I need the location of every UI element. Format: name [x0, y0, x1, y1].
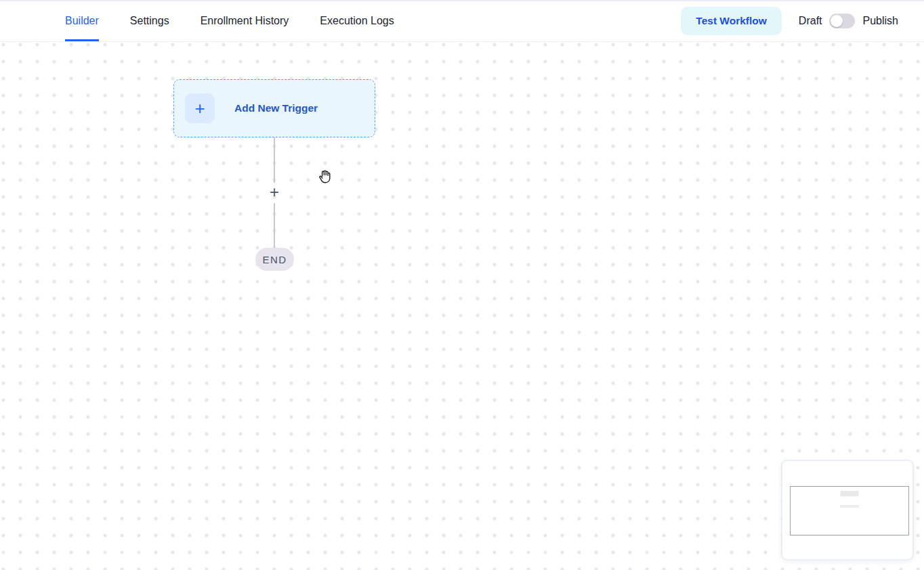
add-step-button[interactable]: +: [265, 183, 284, 202]
header-actions: Test Workflow Draft Publish: [681, 0, 898, 42]
minimap-trigger-node: [841, 491, 859, 496]
add-new-trigger-label: Add New Trigger: [234, 102, 318, 114]
minimap-viewport[interactable]: [790, 486, 909, 535]
tab-enrollment-history-label: Enrollment History: [201, 15, 289, 27]
tab-bar: Builder Settings Enrollment History Exec…: [65, 0, 394, 41]
publish-toggle[interactable]: [829, 14, 855, 28]
add-new-trigger-node[interactable]: + Add New Trigger: [173, 79, 375, 137]
tab-enrollment-history[interactable]: Enrollment History: [201, 0, 289, 41]
plus-icon: +: [185, 93, 215, 123]
minimap[interactable]: [781, 460, 914, 561]
top-accent-line: [0, 0, 924, 1]
tab-builder[interactable]: Builder: [65, 0, 99, 41]
connector-line-top: [274, 137, 275, 183]
publish-label: Publish: [863, 15, 898, 27]
top-bar: Builder Settings Enrollment History Exec…: [0, 0, 924, 42]
tab-execution-logs[interactable]: Execution Logs: [320, 0, 394, 41]
workflow-canvas[interactable]: + Add New Trigger + END: [0, 42, 924, 570]
end-node: END: [255, 248, 294, 271]
publish-toggle-knob: [831, 15, 843, 27]
plus-glyph: +: [194, 100, 205, 117]
connector-line-bottom: [274, 203, 275, 248]
minimap-end-node: [840, 505, 859, 508]
tab-settings[interactable]: Settings: [130, 0, 169, 41]
tab-execution-logs-label: Execution Logs: [320, 15, 394, 27]
add-step-plus-icon: +: [270, 184, 279, 200]
draft-label: Draft: [799, 15, 822, 27]
end-node-label: END: [262, 254, 287, 265]
tab-settings-label: Settings: [130, 15, 169, 27]
tab-builder-label: Builder: [65, 15, 99, 27]
test-workflow-button[interactable]: Test Workflow: [681, 7, 782, 35]
grab-cursor-icon: [316, 167, 335, 186]
